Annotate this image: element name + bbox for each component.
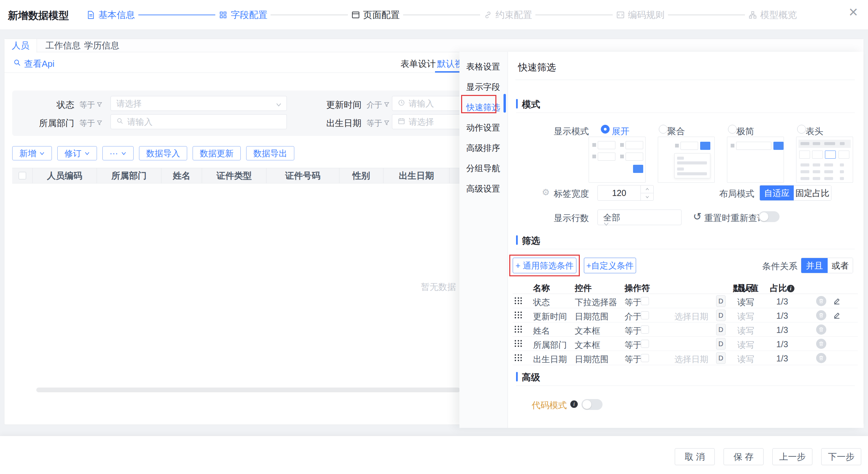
thumbnail-aggregate[interactable]	[658, 137, 715, 183]
refresh-icon: ↺	[693, 211, 702, 222]
view-api-link[interactable]: 查看Api	[13, 58, 55, 70]
row-ratio: 1/3	[764, 339, 801, 349]
operator-checkbox[interactable]	[641, 354, 649, 362]
dynamic-badge[interactable]: D	[716, 338, 726, 350]
step-basic-info[interactable]: 基本信息	[86, 9, 135, 21]
drag-handle-icon[interactable]	[515, 354, 523, 362]
add-button[interactable]: 新增	[12, 146, 52, 160]
layout-adaptive-option[interactable]: 自适应	[760, 185, 794, 200]
menu-advanced-sort[interactable]: 高级排序	[466, 138, 500, 158]
add-custom-filter-button[interactable]: +自定义条件	[584, 258, 636, 273]
col-id-type: 证件类型	[202, 168, 267, 183]
row-display: 读写	[728, 325, 764, 336]
section-filter-title: 筛选	[522, 235, 540, 247]
row-display: 读写	[728, 297, 764, 308]
horizontal-scrollbar[interactable]	[36, 388, 460, 392]
dynamic-badge[interactable]: D	[716, 295, 726, 307]
step-field-config[interactable]: 字段配置	[219, 9, 267, 21]
search-icon	[116, 117, 124, 126]
fcol-ratio: 占比i	[764, 282, 801, 294]
thumbnail-minimal[interactable]	[727, 137, 784, 183]
operator-checkbox[interactable]	[641, 325, 649, 334]
stepper-up-icon[interactable]	[641, 185, 654, 193]
display-rows-select[interactable]: 全部	[597, 210, 682, 225]
next-step-button[interactable]: 下一步	[821, 448, 861, 465]
menu-advanced-settings[interactable]: 高级设置	[466, 178, 500, 199]
step-page-config[interactable]: 页面配置	[351, 9, 400, 21]
stepper-down-icon[interactable]	[641, 193, 654, 200]
row-ratio: 1/3	[764, 354, 801, 363]
radio-expand[interactable]	[601, 125, 610, 134]
dynamic-badge[interactable]: D	[716, 310, 726, 321]
radio-header[interactable]	[797, 125, 806, 134]
step-code-rule[interactable]: 编码规则	[616, 9, 665, 21]
row-operator: 等于	[625, 297, 642, 308]
delete-icon[interactable]	[816, 339, 826, 349]
annotation-box-quick-filter	[461, 95, 496, 113]
tab-form-design[interactable]: 表单设计	[400, 58, 436, 70]
default-placeholder[interactable]: 选择日期	[674, 311, 708, 322]
cancel-button[interactable]: 取 消	[675, 448, 715, 465]
operator-status[interactable]: 等于	[79, 100, 102, 109]
radio-aggregate-label: 聚合	[667, 125, 685, 137]
operator-checkbox[interactable]	[641, 297, 649, 305]
tab-work-info[interactable]: 工作信息	[45, 39, 81, 52]
dynamic-badge[interactable]: D	[716, 324, 726, 335]
radio-aggregate[interactable]	[659, 125, 668, 134]
step-label: 字段配置	[231, 9, 267, 21]
delete-icon[interactable]	[816, 310, 826, 320]
department-input[interactable]: 请输入	[111, 114, 287, 129]
revise-button[interactable]: 修订	[57, 146, 97, 160]
save-button[interactable]: 保 存	[724, 448, 764, 465]
relation-and-option[interactable]: 并且	[801, 258, 828, 273]
default-placeholder[interactable]: 选择日期	[674, 354, 708, 365]
status-select[interactable]: 请选择	[111, 96, 287, 111]
operator-department[interactable]: 等于	[79, 119, 102, 127]
delete-icon[interactable]	[816, 324, 826, 335]
drag-handle-icon[interactable]	[515, 312, 523, 319]
delete-icon[interactable]	[816, 353, 826, 363]
thumbnail-expand[interactable]	[589, 137, 646, 183]
requery-toggle[interactable]	[758, 211, 780, 222]
edit-icon[interactable]	[832, 296, 841, 307]
fcol-name: 名称	[533, 282, 550, 294]
relation-or-option[interactable]: 或者	[828, 258, 853, 273]
operator-update-time[interactable]: 介于	[367, 100, 390, 109]
step-model-overview[interactable]: 模型概览	[748, 9, 797, 21]
menu-table-settings[interactable]: 表格设置	[466, 56, 500, 77]
menu-group-nav[interactable]: 分组导航	[466, 158, 500, 178]
menu-display-fields[interactable]: 显示字段	[466, 77, 500, 97]
fcol-widget: 控件	[575, 282, 592, 294]
tab-person[interactable]: 人员	[4, 39, 37, 53]
operator-checkbox[interactable]	[641, 311, 649, 319]
layout-fixed-option[interactable]: 固定占比	[794, 185, 831, 200]
drag-handle-icon[interactable]	[515, 326, 523, 333]
update-label: 数据更新	[200, 148, 234, 159]
operator-birth-date[interactable]: 等于	[367, 119, 390, 127]
tab-education-info[interactable]: 学历信息	[84, 39, 119, 52]
data-update-button[interactable]: 数据更新	[193, 146, 241, 160]
label-width-stepper[interactable]: 120	[597, 185, 654, 201]
code-mode-toggle[interactable]	[581, 399, 603, 410]
step-connector	[668, 15, 745, 15]
edit-icon[interactable]	[832, 311, 841, 321]
step-constraint-config[interactable]: 约束配置	[484, 9, 532, 21]
menu-action-settings[interactable]: 动作设置	[466, 117, 500, 138]
delete-icon[interactable]	[816, 296, 826, 306]
select-all-checkbox[interactable]	[19, 172, 26, 179]
dynamic-badge[interactable]: D	[716, 352, 726, 364]
data-import-button[interactable]: 数据导入	[139, 146, 187, 160]
radio-minimal[interactable]	[728, 125, 737, 134]
layout-mode-label: 布局模式	[717, 188, 754, 200]
thumbnail-table-header[interactable]	[796, 137, 853, 183]
prev-step-button[interactable]: 上一步	[772, 448, 812, 465]
row-name: 姓名	[533, 325, 550, 336]
col-id-number: 证件号码	[267, 168, 339, 183]
drag-handle-icon[interactable]	[515, 340, 523, 348]
drag-handle-icon[interactable]	[515, 297, 523, 305]
operator-checkbox[interactable]	[641, 340, 649, 348]
stepper-controls	[640, 185, 653, 200]
more-button[interactable]: ···	[102, 146, 134, 160]
data-export-button[interactable]: 数据导出	[246, 146, 294, 160]
close-icon[interactable]: ×	[849, 4, 858, 20]
